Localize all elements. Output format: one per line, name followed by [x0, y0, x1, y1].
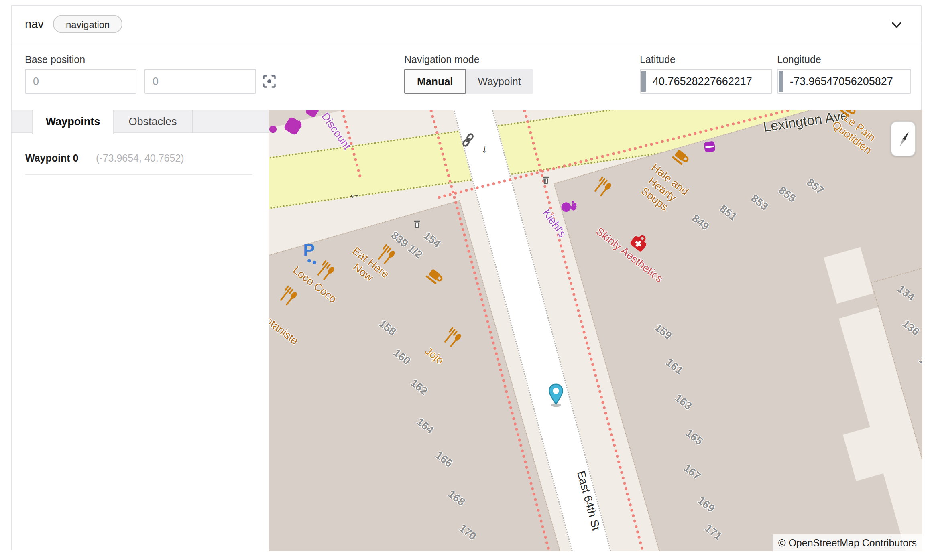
app-screen: nav navigation Base position Navigation …	[0, 0, 932, 560]
tab-waypoints[interactable]: Waypoints	[32, 110, 114, 134]
waste-basket-icon	[540, 174, 551, 185]
longitude-input[interactable]	[777, 69, 911, 94]
collapse-chevron-icon[interactable]	[889, 17, 905, 33]
navigation-mode-toggle: Manual Waypoint	[404, 69, 533, 94]
nav-panel: nav navigation Base position Navigation …	[11, 5, 922, 550]
base-position-label: Base position	[25, 54, 85, 65]
panel-type-badge: navigation	[53, 15, 122, 33]
oneway-left-arrow-icon: ←	[346, 186, 362, 201]
parking-icon: P	[301, 241, 322, 262]
base-x-input[interactable]	[25, 69, 136, 94]
map-compass-button[interactable]	[891, 121, 916, 156]
longitude-field	[777, 69, 911, 94]
compass-needle-icon	[895, 129, 911, 148]
tab-bar: Waypoints Obstacles	[12, 110, 269, 133]
tab-obstacles[interactable]: Obstacles	[114, 110, 193, 133]
map-view[interactable]: Lexington AveEast 64th StDiscountKiehl's…	[269, 110, 922, 551]
waypoint-marker[interactable]	[547, 383, 565, 408]
latitude-accent-bar	[641, 71, 646, 92]
oneway-down-arrow-icon: ↓	[481, 142, 494, 156]
waypoint-name: Waypoint 0	[25, 152, 78, 164]
waypoint-coords: (-73.9654, 40.7652)	[96, 152, 184, 164]
waste-basket-icon	[411, 218, 423, 229]
mode-manual-button[interactable]: Manual	[404, 69, 466, 94]
mode-waypoint-button[interactable]: Waypoint	[466, 69, 533, 94]
longitude-label: Longitude	[777, 54, 821, 65]
longitude-accent-bar	[779, 71, 783, 92]
latitude-input[interactable]	[640, 69, 772, 94]
waypoints-panel: Waypoints Obstacles Waypoint 0 (-73.9654…	[12, 110, 269, 550]
shop-icon	[269, 125, 277, 134]
waypoint-list-item[interactable]: Waypoint 0 (-73.9654, 40.7652)	[25, 150, 252, 175]
navigation-mode-label: Navigation mode	[404, 54, 480, 65]
base-y-input[interactable]	[144, 69, 256, 94]
latitude-field	[640, 69, 772, 94]
panel-title: nav	[25, 18, 44, 31]
settings-row: Base position Navigation mode Manual Way…	[12, 43, 921, 110]
pick-base-on-map-icon[interactable]	[262, 74, 277, 89]
latitude-label: Latitude	[640, 54, 676, 65]
map-attribution: © OpenStreetMap Contributors	[773, 534, 922, 551]
svg-text:P: P	[303, 241, 315, 259]
panel-header: nav navigation	[12, 6, 921, 43]
